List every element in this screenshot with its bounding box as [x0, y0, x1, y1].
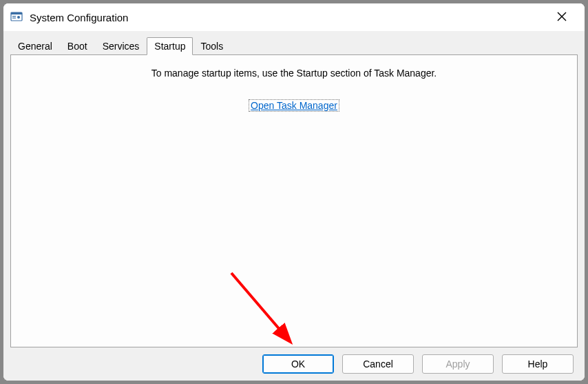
titlebar: System Configuration: [3, 3, 585, 31]
ok-button[interactable]: OK: [262, 354, 334, 374]
link-container: Open Task Manager: [11, 99, 577, 112]
close-icon: [557, 12, 567, 23]
app-icon: [10, 11, 23, 23]
system-configuration-window: System Configuration General Boot Servic…: [3, 3, 585, 381]
tab-boot[interactable]: Boot: [60, 37, 95, 54]
svg-point-4: [17, 16, 20, 19]
tab-strip: General Boot Services Startup Tools: [10, 37, 578, 54]
startup-panel: To manage startup items, use the Startup…: [10, 54, 578, 347]
svg-rect-3: [12, 18, 16, 19]
tab-tools[interactable]: Tools: [193, 37, 231, 54]
tab-general[interactable]: General: [10, 37, 60, 54]
apply-button[interactable]: Apply: [422, 354, 494, 374]
button-row: OK Cancel Apply Help: [10, 354, 578, 374]
window-title: System Configuration: [30, 12, 546, 23]
open-task-manager-link[interactable]: Open Task Manager: [249, 99, 339, 112]
svg-rect-2: [12, 16, 16, 17]
svg-rect-1: [11, 12, 22, 14]
tab-startup[interactable]: Startup: [147, 37, 193, 55]
cancel-button[interactable]: Cancel: [342, 354, 414, 374]
content-area: General Boot Services Startup Tools To m…: [3, 31, 585, 381]
close-button[interactable]: [546, 6, 578, 28]
help-button[interactable]: Help: [502, 354, 574, 374]
tab-services[interactable]: Services: [95, 37, 147, 54]
startup-message: To manage startup items, use the Startup…: [11, 68, 577, 79]
